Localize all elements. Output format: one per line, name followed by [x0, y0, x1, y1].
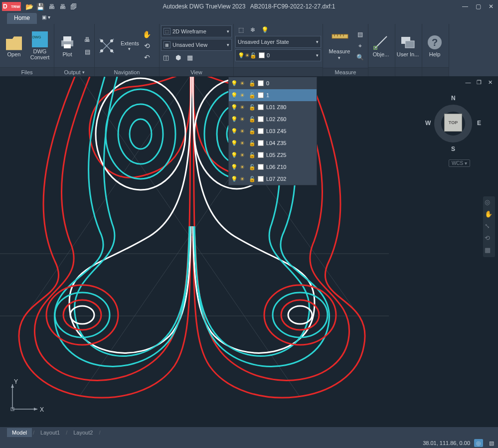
- title-bar: TRW 📂 💾 🖶 🖶 🗐 Autodesk DWG TrueView 2023…: [0, 0, 498, 13]
- compass-w[interactable]: W: [425, 120, 431, 127]
- osnap-button[interactable]: Obje...: [368, 25, 393, 67]
- close-button[interactable]: ✕: [486, 2, 496, 11]
- qat-print-icon[interactable]: 🖶: [47, 2, 56, 11]
- svg-point-8: [110, 49, 113, 52]
- layer-state-dropdown[interactable]: Unsaved Layer State▾: [235, 36, 321, 48]
- measure-button[interactable]: Measure▾: [325, 25, 354, 67]
- svg-point-38: [264, 285, 336, 345]
- tab-layout2[interactable]: Layout2: [68, 428, 98, 437]
- layer-row-4[interactable]: 💡☀🔓L03 Z45: [229, 125, 317, 137]
- tab-home[interactable]: Home: [7, 13, 37, 24]
- panel-files: Open DWG Convert Files: [0, 24, 54, 76]
- qat-save-icon[interactable]: 💾: [36, 2, 45, 11]
- viewcube-face-top[interactable]: TOP: [444, 114, 462, 132]
- extents-dropdown-icon[interactable]: ▾: [120, 46, 139, 51]
- panel-help: ? Help: [422, 24, 449, 76]
- navbar-wheel-icon[interactable]: ◎: [485, 198, 494, 207]
- named-view-dropdown[interactable]: ▦ Unsaved View▾: [161, 39, 232, 51]
- printer-icon: [59, 34, 75, 50]
- svg-point-37: [70, 306, 94, 324]
- svg-point-26: [106, 89, 175, 179]
- view-3d-icon[interactable]: ⬢: [173, 52, 183, 62]
- layer-row-2[interactable]: 💡☀🔓L01 Z80: [229, 101, 317, 113]
- qat-print2-icon[interactable]: 🖶: [58, 2, 67, 11]
- zoom-extents-button[interactable]: [97, 36, 117, 56]
- page-setup-icon[interactable]: ▤: [82, 47, 92, 57]
- ucs-x-label: X: [40, 406, 44, 413]
- layer-dropdown-list[interactable]: 💡☀🔓0 💡☀🔓1 💡☀🔓L01 Z80 💡☀🔓L02 Z60 💡☀🔓L03 Z…: [228, 77, 317, 185]
- layer-row-0[interactable]: 💡☀🔓0: [229, 77, 317, 89]
- navigation-bar: ◎ ✋ ⤡ ⟲ ▦: [483, 196, 495, 257]
- svg-point-32: [96, 78, 185, 190]
- doc-minimize-button[interactable]: —: [464, 79, 472, 86]
- panel-output-title: Output▾: [54, 67, 94, 76]
- open-button[interactable]: Open: [1, 25, 27, 67]
- compass-s[interactable]: S: [451, 146, 455, 152]
- batch-plot-icon[interactable]: 🖶: [82, 35, 92, 45]
- tab-layout1[interactable]: Layout1: [35, 428, 65, 437]
- layer-row-5[interactable]: 💡☀🔓L04 Z35: [229, 137, 317, 149]
- compass-e[interactable]: E: [477, 120, 481, 127]
- maximize-button[interactable]: ▢: [473, 2, 483, 11]
- view-cube-icon[interactable]: ◫: [161, 52, 171, 62]
- svg-point-28: [130, 119, 152, 149]
- window-icon: [400, 34, 416, 50]
- plot-button[interactable]: Plot: [54, 25, 80, 67]
- quick-access-toolbar: 📂 💾 🖶 🖶 🗐: [25, 2, 78, 11]
- drawing-area: — ❐ ✕: [0, 77, 498, 438]
- layer-freeze-icon[interactable]: ❄: [248, 25, 257, 34]
- layer-off-icon[interactable]: 💡: [260, 25, 269, 34]
- pan-icon[interactable]: ✋: [142, 29, 152, 39]
- layer-row-8[interactable]: 💡☀🔓L07 Z02: [229, 173, 317, 185]
- id-point2-icon[interactable]: 🔍: [355, 52, 365, 62]
- qat-publish-icon[interactable]: 🗐: [69, 2, 78, 11]
- doc-close-button[interactable]: ✕: [486, 79, 494, 86]
- dwg-icon: [32, 31, 48, 47]
- ui-button[interactable]: User In...: [395, 25, 420, 67]
- view-manager-icon[interactable]: ▦: [185, 52, 195, 62]
- extents-label[interactable]: Extents: [120, 40, 139, 46]
- ruler-icon: [332, 31, 347, 47]
- panel-files-title: Files: [0, 67, 54, 76]
- view-icon: ▦: [164, 41, 170, 48]
- panel-view: ⬚ 2D Wireframe▾ ▦ Unsaved View▾ ◫ ⬢ ▦ Vi…: [160, 24, 234, 76]
- id-point-icon[interactable]: ⌖: [355, 41, 365, 51]
- svg-line-21: [25, 77, 189, 316]
- orbit-icon[interactable]: ⟲: [142, 41, 152, 51]
- svg-text:?: ?: [432, 37, 438, 48]
- status-toggle-1[interactable]: ◎: [474, 439, 483, 447]
- layer-row-3[interactable]: 💡☀🔓L02 Z60: [229, 113, 317, 125]
- layer-current-dropdown[interactable]: 💡 ☀ 🔓 0▾: [235, 49, 321, 61]
- dwg-convert-button[interactable]: DWG Convert: [27, 25, 53, 67]
- navbar-zoom-icon[interactable]: ⤡: [485, 222, 494, 231]
- panel-measure-title: Measure: [323, 68, 368, 76]
- tab-model[interactable]: Model: [7, 428, 32, 437]
- app-logo: TRW: [2, 2, 21, 11]
- help-button[interactable]: ? Help: [422, 25, 447, 67]
- back-icon[interactable]: ↶: [142, 52, 152, 62]
- tab-overflow[interactable]: ▣ ▾: [38, 13, 54, 24]
- wcs-indicator[interactable]: WCS ▾: [449, 159, 470, 167]
- compass-n[interactable]: N: [451, 95, 456, 102]
- panel-objectsnap: Obje...: [368, 24, 395, 76]
- layer-row-1[interactable]: 💡☀🔓1: [229, 89, 317, 101]
- layer-props-icon[interactable]: ⬚: [236, 25, 245, 34]
- navbar-showmotion-icon[interactable]: ▦: [485, 246, 494, 255]
- visual-style-dropdown[interactable]: ⬚ 2D Wireframe▾: [161, 25, 232, 37]
- minimize-button[interactable]: —: [460, 2, 470, 11]
- window-title: Autodesk DWG TrueView 2023 AB2018-FC99-2…: [163, 3, 335, 10]
- list-icon[interactable]: ▤: [355, 29, 365, 39]
- status-toggle-2[interactable]: ▧: [487, 439, 496, 447]
- panel-ui: User In...: [395, 24, 422, 76]
- ucs-y-label: Y: [14, 378, 18, 385]
- viewcube[interactable]: N S W E TOP: [423, 94, 483, 153]
- navbar-pan-icon[interactable]: ✋: [485, 210, 494, 219]
- wireframe-icon: ⬚: [164, 28, 170, 35]
- layer-row-7[interactable]: 💡☀🔓L06 Z10: [229, 161, 317, 173]
- layer-row-6[interactable]: 💡☀🔓L05 Z25: [229, 149, 317, 161]
- qat-open-icon[interactable]: 📂: [25, 2, 34, 11]
- doc-restore-button[interactable]: ❐: [475, 79, 483, 86]
- svg-point-36: [63, 300, 101, 330]
- panel-view-title: View: [160, 67, 233, 76]
- navbar-orbit-icon[interactable]: ⟲: [485, 234, 494, 243]
